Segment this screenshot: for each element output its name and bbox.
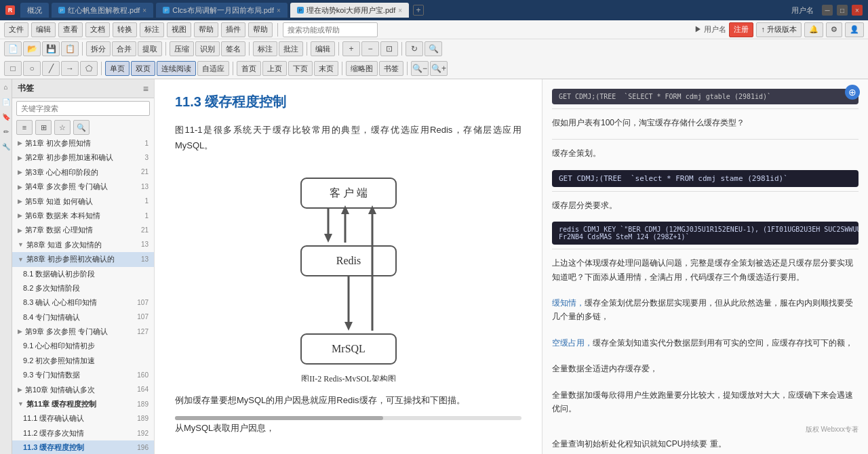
view-continuous[interactable]: 连续阅读 (157, 61, 196, 76)
left-icon-tool[interactable]: 🔧 (1, 142, 11, 151)
nav-chapter3[interactable]: ▶ 第3章 心心相印阶段的 21 (12, 165, 154, 180)
nav-chapter8[interactable]: ▼ 第8章 知道 多次知情的 13 (12, 238, 154, 252)
nav-11-3[interactable]: 11.3 缓存程度控制 196 (12, 440, 154, 454)
tab-doc3[interactable]: P 理在动势koi大师用户宝.pdf × (290, 3, 409, 18)
toolbar-search-input[interactable] (283, 22, 378, 37)
nav-chapter6[interactable]: ▶ 第6章 数据来 本科知情 1 (12, 209, 154, 223)
sidebar-icon-list[interactable]: ≡ (16, 120, 33, 135)
nav-chapter11[interactable]: ▼ 第11章 缓存程度控制 189 (12, 397, 154, 411)
shape-line[interactable]: ╱ (42, 61, 60, 76)
nav-chapter1[interactable]: ▶ 第1章 初次参照知情 1 (12, 136, 154, 150)
toolbar-user-btn[interactable]: 👤 (845, 22, 864, 37)
view-single[interactable]: 单页 (105, 61, 130, 76)
shape-arrow[interactable]: → (61, 61, 79, 76)
sidebar-toggle[interactable]: ≡ (143, 83, 149, 94)
tab-overview[interactable]: 概况 (20, 3, 49, 18)
nav-11-2[interactable]: 11.2 缓存多次知情 192 (12, 426, 154, 440)
shape-rect[interactable]: □ (4, 61, 22, 76)
btn-comment[interactable]: 批注 (279, 41, 303, 56)
nav-chapter9[interactable]: ▶ 第9章 多次参照 专门确认 127 (12, 325, 154, 339)
minimize-btn[interactable]: ─ (822, 5, 833, 16)
tab-doc3-close[interactable]: × (398, 7, 402, 14)
sidebar-icon-thumbnail[interactable]: ⊞ (35, 120, 52, 135)
sidebar-search-input[interactable] (16, 101, 150, 116)
menu-plugin[interactable]: 插件 (221, 22, 245, 37)
left-icon-doc[interactable]: 📄 (1, 97, 11, 106)
tab-doc1-close[interactable]: × (142, 7, 146, 14)
menu-format[interactable]: 视图 (167, 22, 191, 37)
new-tab-btn[interactable]: + (413, 5, 424, 16)
nav-chapter7[interactable]: ▶ 第7章 数据 心理知情 21 (12, 223, 154, 237)
tab-doc2-close[interactable]: × (277, 7, 281, 14)
nav-8-3[interactable]: 8.3 确认 心心相印知情 107 (12, 295, 154, 310)
nav-first[interactable]: 首页 (237, 61, 261, 76)
nav-8-2[interactable]: 8.2 多次知情阶段 (12, 281, 154, 295)
menu-annotate[interactable]: 标注 (140, 22, 164, 37)
toolbar-settings-btn[interactable]: ⚙ (826, 22, 842, 37)
btn-sign[interactable]: 签名 (221, 41, 245, 56)
nav-11-1[interactable]: 11.1 缓存确认确认 189 (12, 411, 154, 426)
tab-doc2[interactable]: P Clcs布局调解一月因前布局.pdf × (156, 3, 288, 18)
sidebar-icon-bookmark2[interactable]: ☆ (54, 120, 71, 135)
rp-circle-btn[interactable]: ⊕ (845, 85, 860, 100)
nav-chapter5[interactable]: ▶ 第5章 知道 如何确认 1 (12, 194, 154, 209)
left-icon-annot[interactable]: ✏ (1, 127, 11, 136)
shape-circle[interactable]: ○ (23, 61, 41, 76)
btn-thumbnail[interactable]: 缩略图 (346, 61, 378, 76)
menu-doc[interactable]: 文档 (85, 22, 110, 37)
menu-view[interactable]: 查看 (58, 22, 83, 37)
view-double[interactable]: 双页 (131, 61, 155, 76)
btn-fit[interactable]: ⊡ (380, 41, 398, 56)
left-icon-bookmark[interactable]: 🔖 (1, 112, 11, 121)
tab-doc1[interactable]: P 红心帆鱼图解教程.pdf × (52, 3, 153, 18)
nav-9-1[interactable]: 9.1 心心相印知情初步 (12, 339, 154, 353)
nav-last[interactable]: 末页 (314, 61, 338, 76)
nav-8-4[interactable]: 8.4 专门知情确认 107 (12, 310, 154, 325)
nav-chapter8b-num: 13 (141, 255, 149, 264)
btn-annot[interactable]: 标注 (253, 41, 277, 56)
nav-next[interactable]: 下页 (288, 61, 313, 76)
menu-help[interactable]: 帮助 (248, 22, 273, 37)
btn-saveas[interactable]: 📋 (61, 41, 79, 56)
btn-search-toolbar[interactable]: 🔍 (425, 41, 442, 56)
toolbar-register-btn[interactable]: 注册 (729, 22, 753, 37)
btn-zoom-plus[interactable]: 🔍+ (430, 61, 448, 76)
btn-rotate[interactable]: ↻ (406, 41, 423, 56)
rp-link1[interactable]: 缓知情， (552, 298, 585, 308)
close-btn[interactable]: × (852, 5, 863, 16)
menu-edit[interactable]: 编辑 (31, 22, 56, 37)
rp-footer: 版权 Webxxx专著 (552, 425, 859, 434)
view-fit[interactable]: 自适应 (197, 61, 229, 76)
nav-chapter8b[interactable]: ▼ 第8章 初步参照初次确认的 13 (12, 252, 154, 266)
menu-file[interactable]: 文件 (4, 22, 28, 37)
nav-chapter4[interactable]: ▶ 第4章 多次参照 专门确认 13 (12, 180, 154, 194)
btn-zoom-out[interactable]: − (361, 41, 379, 56)
btn-merge[interactable]: 合并 (112, 41, 136, 56)
btn-ocr[interactable]: 识别 (195, 41, 220, 56)
btn-compress[interactable]: 压缩 (170, 41, 194, 56)
btn-zoom-minus[interactable]: 🔍− (411, 61, 429, 76)
btn-save[interactable]: 💾 (42, 41, 60, 56)
nav-8-1[interactable]: 8.1 数据确认初步阶段 (12, 267, 154, 281)
menu-convert[interactable]: 转换 (113, 22, 137, 37)
nav-prev[interactable]: 上页 (262, 61, 287, 76)
nav-chapter2[interactable]: ▶ 第2章 初步参照加速和确认 3 (12, 150, 154, 165)
menu-insert[interactable]: 帮助 (194, 22, 218, 37)
btn-new[interactable]: 📄 (4, 41, 22, 56)
nav-9-2[interactable]: 9.2 初次参照知情加速 (12, 354, 154, 368)
nav-chapter10[interactable]: ▶ 第10章 知情确认多次 164 (12, 383, 154, 397)
btn-edit[interactable]: 编辑 (311, 41, 335, 56)
btn-zoom-in[interactable]: + (342, 41, 360, 56)
btn-extract[interactable]: 提取 (138, 41, 162, 56)
nav-9-3[interactable]: 9.3 专门知情数据 160 (12, 368, 154, 382)
btn-split[interactable]: 拆分 (86, 41, 111, 56)
rp-link2[interactable]: 空缓占用， (552, 338, 593, 348)
sidebar-icon-search2[interactable]: 🔍 (73, 120, 90, 135)
maximize-btn[interactable]: □ (837, 5, 848, 16)
toolbar-upgrade-btn[interactable]: ↑ 升级版本 (756, 22, 802, 37)
toolbar-notify-btn[interactable]: 🔔 (804, 22, 823, 37)
left-icon-home[interactable]: ⌂ (1, 82, 11, 91)
btn-bookmark[interactable]: 书签 (379, 61, 403, 76)
shape-poly[interactable]: ⬠ (80, 61, 98, 76)
btn-open[interactable]: 📂 (23, 41, 41, 56)
